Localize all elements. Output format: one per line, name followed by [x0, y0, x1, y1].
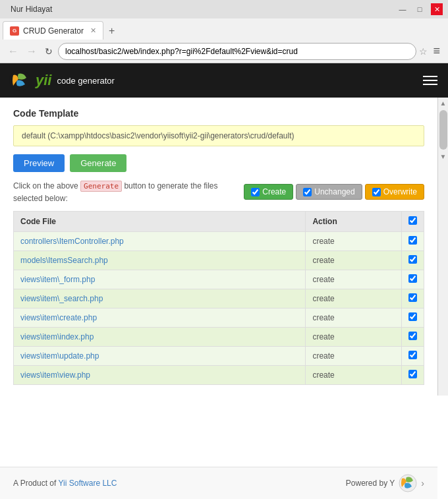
info-text: Click on the above Generate button to ge…	[13, 180, 244, 204]
hamburger-line-3	[423, 84, 437, 85]
app-navbar: yii code generator	[0, 63, 448, 98]
reload-button[interactable]: ↻	[42, 45, 55, 58]
maximize-button[interactable]: □	[414, 3, 426, 15]
file-cell: views\item\update.php	[14, 346, 306, 365]
bookmark-icon[interactable]: ☆	[419, 46, 428, 57]
info-text-part1: Click on the above	[13, 181, 80, 191]
footer: A Product of Yii Software LLC Powered by…	[0, 467, 437, 499]
action-cell: create	[306, 289, 402, 308]
file-link[interactable]: views\item\_form.php	[20, 275, 95, 284]
file-cell: views\item\index.php	[14, 327, 306, 346]
file-link[interactable]: views\item\index.php	[20, 332, 94, 341]
browser-menu-icon[interactable]: ≡	[430, 43, 443, 59]
footer-right: Powered by Y ›	[346, 474, 424, 492]
overwrite-status-button[interactable]: Overwrite	[365, 184, 424, 200]
row-checkbox[interactable]	[408, 236, 417, 245]
main-content: Code Template default (C:\xampp\htdocs\b…	[0, 98, 437, 396]
row-checkbox[interactable]	[408, 293, 417, 302]
row-checkbox[interactable]	[408, 274, 417, 283]
table-row: views\item\create.php create	[14, 308, 424, 327]
yii-footer-logo	[399, 474, 417, 492]
overwrite-checkbox[interactable]	[372, 188, 381, 196]
file-cell: models\ItemsSearch.php	[14, 250, 306, 270]
table-row: models\ItemsSearch.php create	[14, 250, 424, 270]
address-bar: ← → ↻ ☆ ≡	[0, 40, 448, 63]
row-check-cell	[402, 308, 424, 327]
scrollbar[interactable]: ▲ ▼	[437, 98, 448, 396]
create-checkbox[interactable]	[251, 188, 260, 196]
file-cell: views\item\_search.php	[14, 289, 306, 308]
logo-text: yii	[36, 72, 51, 89]
back-button[interactable]: ←	[5, 44, 21, 59]
footer-label: A Product of	[13, 479, 59, 488]
unchanged-label: Unchanged	[314, 187, 354, 196]
preview-button[interactable]: Preview	[13, 154, 65, 172]
section-title: Code Template	[13, 108, 424, 119]
action-cell: create	[306, 365, 402, 384]
tab-title: CRUD Generator	[23, 26, 84, 36]
row-check-cell	[402, 365, 424, 384]
generate-word-highlight: Generate	[80, 181, 122, 192]
col-header-file: Code File	[14, 211, 306, 231]
row-check-cell	[402, 270, 424, 289]
table-row: views\item\update.php create	[14, 346, 424, 365]
file-table: Code File Action controllers\ItemControl…	[13, 211, 424, 385]
action-cell: create	[306, 346, 402, 365]
minimize-button[interactable]: —	[397, 3, 408, 15]
logo-subtitle: code generator	[57, 76, 114, 86]
file-cell: views\item\create.php	[14, 308, 306, 327]
row-check-cell	[402, 231, 424, 250]
unchanged-checkbox[interactable]	[303, 188, 312, 196]
footer-chevron[interactable]: ›	[421, 478, 424, 488]
file-link[interactable]: models\ItemsSearch.php	[20, 256, 108, 265]
action-cell: create	[306, 250, 402, 270]
scroll-down-arrow[interactable]: ▼	[438, 151, 448, 162]
scroll-thumb[interactable]	[439, 110, 447, 150]
new-tab-button[interactable]: +	[103, 22, 120, 40]
row-checkbox[interactable]	[408, 332, 417, 340]
select-all-checkbox[interactable]	[408, 216, 417, 225]
file-link[interactable]: views\item\update.php	[20, 351, 99, 361]
create-status-button[interactable]: Create	[244, 184, 293, 200]
footer-text: A Product of Yii Software LLC	[13, 479, 117, 488]
unchanged-status-button[interactable]: Unchanged	[296, 184, 362, 200]
file-link[interactable]: views\item\create.php	[20, 313, 97, 322]
file-cell: views\item\_form.php	[14, 270, 306, 289]
close-button[interactable]: ✕	[431, 3, 443, 15]
tab-favicon: G	[10, 26, 19, 36]
action-buttons: Preview Generate	[13, 154, 424, 172]
status-buttons: Create Unchanged Overwrite	[244, 184, 424, 200]
footer-link[interactable]: Yii Software LLC	[59, 479, 117, 488]
hamburger-line-2	[423, 80, 437, 81]
file-cell: controllers\ItemController.php	[14, 231, 306, 250]
row-check-cell	[402, 327, 424, 346]
file-link[interactable]: views\item\_search.php	[20, 294, 103, 303]
file-link[interactable]: views\item\view.php	[20, 370, 90, 380]
table-row: views\item\view.php create	[14, 365, 424, 384]
file-link[interactable]: controllers\ItemController.php	[20, 237, 124, 246]
action-cell: create	[306, 270, 402, 289]
row-checkbox[interactable]	[408, 351, 417, 359]
template-path-box: default (C:\xampp\htdocs\basic2\vendor\y…	[13, 125, 424, 146]
row-checkbox[interactable]	[408, 255, 417, 264]
overwrite-label: Overwrite	[383, 187, 417, 196]
info-row: Click on the above Generate button to ge…	[13, 180, 424, 204]
col-header-action: Action	[306, 211, 402, 231]
table-row: views\item\_search.php create	[14, 289, 424, 308]
active-tab[interactable]: G CRUD Generator ✕	[3, 21, 103, 40]
action-cell: create	[306, 327, 402, 346]
generate-button[interactable]: Generate	[70, 154, 126, 172]
url-input[interactable]	[58, 43, 416, 60]
row-checkbox[interactable]	[408, 312, 417, 321]
hamburger-line-1	[423, 76, 437, 77]
scroll-up-arrow[interactable]: ▲	[438, 98, 448, 109]
hamburger-menu[interactable]	[420, 73, 440, 88]
action-cell: create	[306, 308, 402, 327]
tab-bar: G CRUD Generator ✕ +	[0, 18, 448, 40]
row-check-cell	[402, 250, 424, 270]
forward-button[interactable]: →	[24, 44, 40, 59]
row-checkbox[interactable]	[408, 370, 417, 378]
col-header-check	[402, 211, 424, 231]
browser-chrome: G CRUD Generator ✕ + ← → ↻ ☆ ≡	[0, 18, 448, 63]
tab-close-button[interactable]: ✕	[90, 26, 96, 35]
